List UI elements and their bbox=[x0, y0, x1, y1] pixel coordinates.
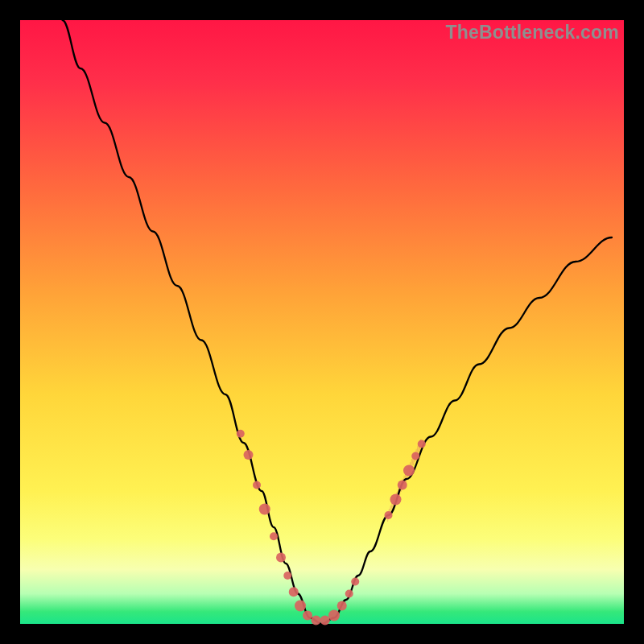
curve-marker bbox=[328, 610, 340, 621]
curve-marker bbox=[337, 601, 347, 611]
curve-marker bbox=[351, 578, 359, 586]
curve-marker bbox=[418, 440, 426, 448]
curve-marker bbox=[390, 494, 402, 506]
curve-marker bbox=[411, 452, 419, 460]
curve-marker bbox=[289, 587, 299, 597]
curve-marker bbox=[237, 430, 245, 438]
curve-marker bbox=[283, 572, 291, 580]
curve-marker bbox=[398, 481, 407, 490]
curve-marker bbox=[312, 616, 321, 625]
curve-marker bbox=[276, 553, 286, 563]
curve-marker bbox=[320, 616, 330, 625]
bottleneck-curve bbox=[63, 20, 613, 624]
curve-marker bbox=[303, 611, 312, 621]
curve-marker bbox=[253, 481, 261, 489]
chart-frame: TheBottleneck.com bbox=[20, 20, 624, 624]
marker-group bbox=[237, 430, 426, 625]
curve-marker bbox=[403, 465, 415, 477]
curve-marker bbox=[270, 532, 278, 540]
bottleneck-curve-svg bbox=[20, 20, 624, 624]
curve-marker bbox=[295, 601, 306, 612]
curve-marker bbox=[385, 511, 393, 519]
curve-marker bbox=[345, 590, 353, 598]
curve-marker bbox=[259, 504, 270, 515]
curve-marker bbox=[244, 450, 254, 460]
